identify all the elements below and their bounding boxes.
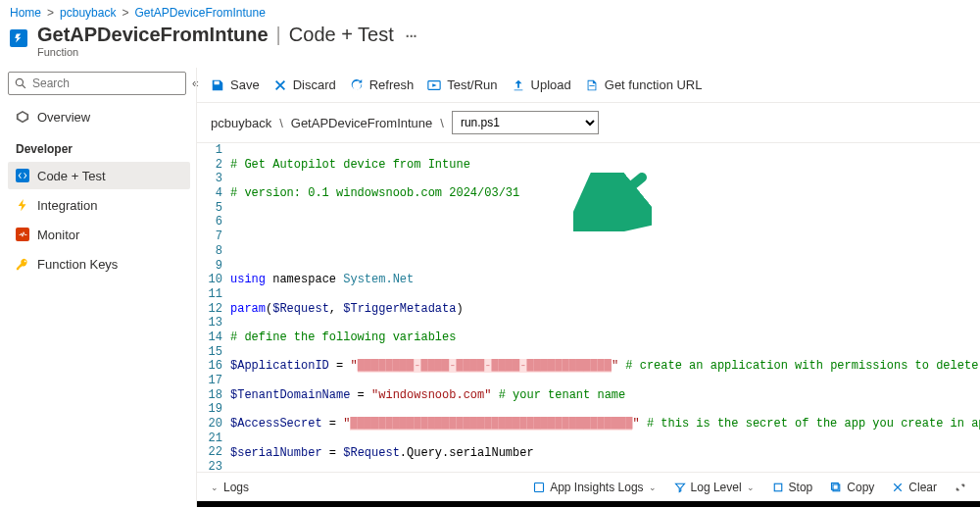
breadcrumb-sep: > bbox=[122, 6, 128, 20]
sidebar-item-function-keys[interactable]: Function Keys bbox=[8, 250, 190, 278]
play-icon bbox=[427, 78, 441, 92]
save-button[interactable]: Save bbox=[211, 77, 260, 92]
page-header: GetAPDeviceFromIntune | Code + Test ··· … bbox=[0, 22, 980, 68]
breadcrumb: Home > pcbuyback > GetAPDeviceFromIntune bbox=[0, 0, 980, 22]
chevron-down-icon: ⌄ bbox=[649, 483, 657, 492]
title-section: Code + Test bbox=[289, 24, 394, 46]
svg-rect-2 bbox=[535, 483, 544, 491]
insights-icon bbox=[533, 482, 545, 493]
function-icon bbox=[10, 29, 27, 47]
expand-button[interactable] bbox=[955, 482, 966, 493]
sidebar-item-label: Code + Test bbox=[37, 169, 106, 183]
get-function-url-button[interactable]: Get function URL bbox=[585, 77, 703, 92]
path-segment: pcbuyback bbox=[211, 116, 271, 130]
search-input-wrapper[interactable] bbox=[8, 72, 186, 95]
path-segment: GetAPDeviceFromIntune bbox=[291, 116, 433, 130]
svg-rect-1 bbox=[589, 85, 594, 86]
key-icon bbox=[16, 257, 29, 271]
stop-icon bbox=[772, 482, 784, 493]
sidebar-item-code-test[interactable]: Code + Test bbox=[8, 162, 190, 189]
discard-icon bbox=[273, 78, 287, 92]
main-pane: Save Discard Refresh Test/Run Upload Get… bbox=[196, 68, 980, 507]
code-editor[interactable]: 1234567891011121314151617181920212223 # … bbox=[197, 142, 980, 472]
sidebar-item-integration[interactable]: Integration bbox=[8, 191, 190, 219]
code-icon bbox=[16, 169, 29, 182]
overview-icon bbox=[16, 110, 29, 124]
footer-strip bbox=[197, 501, 980, 507]
clear-button[interactable]: Clear bbox=[892, 481, 937, 494]
sidebar-item-overview[interactable]: Overview bbox=[8, 103, 190, 130]
expand-icon bbox=[955, 482, 966, 493]
file-select[interactable]: run.ps1 bbox=[452, 111, 599, 134]
upload-icon bbox=[512, 78, 525, 92]
refresh-icon bbox=[350, 78, 364, 92]
sidebar-item-label: Function Keys bbox=[37, 257, 118, 272]
path-sep: \ bbox=[440, 116, 444, 130]
sidebar-item-label: Overview bbox=[37, 110, 90, 125]
save-icon bbox=[211, 78, 224, 92]
monitor-icon bbox=[16, 228, 29, 241]
search-input[interactable] bbox=[32, 76, 179, 90]
copy-button[interactable]: Copy bbox=[830, 481, 874, 494]
log-level-dropdown[interactable]: Log Level ⌄ bbox=[674, 481, 755, 494]
sidebar-item-label: Integration bbox=[37, 198, 97, 213]
stop-button[interactable]: Stop bbox=[772, 481, 813, 494]
logs-bar: ⌄ Logs App Insights Logs ⌄ Log Level ⌄ S… bbox=[197, 472, 980, 501]
chevron-down-icon: ⌄ bbox=[747, 483, 755, 492]
discard-button[interactable]: Discard bbox=[273, 77, 336, 92]
breadcrumb-sep: > bbox=[47, 6, 54, 20]
svg-rect-3 bbox=[774, 483, 782, 491]
refresh-button[interactable]: Refresh bbox=[350, 77, 415, 92]
page-title: GetAPDeviceFromIntune | Code + Test ··· bbox=[37, 24, 416, 46]
chevron-down-icon: ⌄ bbox=[211, 483, 219, 492]
more-actions-button[interactable]: ··· bbox=[398, 28, 417, 44]
link-icon bbox=[585, 78, 599, 92]
page-subtitle: Function bbox=[37, 46, 416, 58]
filter-icon bbox=[674, 482, 686, 493]
code-body[interactable]: # Get Autopilot device from Intune # ver… bbox=[230, 143, 980, 472]
line-gutter: 1234567891011121314151617181920212223 bbox=[197, 143, 230, 472]
title-name: GetAPDeviceFromIntune bbox=[37, 24, 269, 46]
sidebar: « Overview Developer Code + Test Integra… bbox=[0, 68, 196, 507]
app-insights-dropdown[interactable]: App Insights Logs ⌄ bbox=[533, 481, 656, 494]
sidebar-item-label: Monitor bbox=[37, 228, 79, 242]
file-path-row: pcbuyback \ GetAPDeviceFromIntune \ run.… bbox=[197, 103, 980, 142]
breadcrumb-resource[interactable]: pcbuyback bbox=[60, 6, 116, 20]
test-run-button[interactable]: Test/Run bbox=[427, 77, 497, 92]
copy-icon bbox=[830, 482, 842, 493]
search-icon bbox=[15, 77, 26, 89]
breadcrumb-current[interactable]: GetAPDeviceFromIntune bbox=[134, 6, 265, 20]
sidebar-item-monitor[interactable]: Monitor bbox=[8, 221, 190, 248]
bolt-icon bbox=[16, 198, 29, 212]
clear-icon bbox=[892, 482, 904, 493]
path-sep: \ bbox=[279, 116, 283, 130]
sidebar-section-developer: Developer bbox=[8, 132, 190, 160]
toolbar: Save Discard Refresh Test/Run Upload Get… bbox=[197, 68, 980, 103]
logs-toggle[interactable]: ⌄ Logs bbox=[211, 481, 249, 494]
upload-button[interactable]: Upload bbox=[512, 77, 571, 92]
breadcrumb-home[interactable]: Home bbox=[10, 6, 41, 20]
